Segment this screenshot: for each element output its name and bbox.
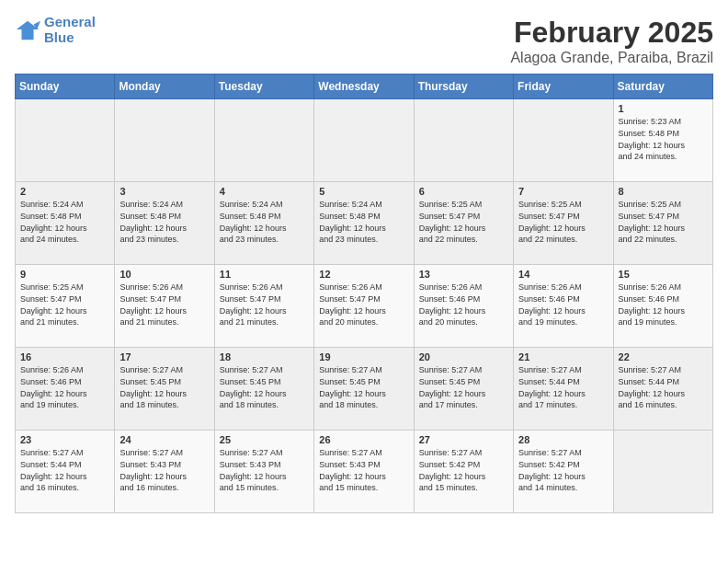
calendar-cell: 10Sunrise: 5:26 AM Sunset: 5:47 PM Dayli… — [115, 265, 214, 348]
calendar-cell: 11Sunrise: 5:26 AM Sunset: 5:47 PM Dayli… — [214, 265, 313, 348]
day-info: Sunrise: 5:27 AM Sunset: 5:42 PM Dayligh… — [419, 447, 508, 493]
calendar-header-row: SundayMondayTuesdayWednesdayThursdayFrid… — [16, 75, 713, 99]
calendar-cell: 19Sunrise: 5:27 AM Sunset: 5:45 PM Dayli… — [314, 348, 414, 431]
calendar-cell: 20Sunrise: 5:27 AM Sunset: 5:45 PM Dayli… — [414, 348, 513, 431]
calendar-cell — [514, 99, 613, 182]
day-info: Sunrise: 5:23 AM Sunset: 5:48 PM Dayligh… — [619, 116, 708, 162]
day-number: 21 — [518, 351, 608, 362]
calendar-cell: 21Sunrise: 5:27 AM Sunset: 5:44 PM Dayli… — [514, 348, 613, 431]
logo-icon — [15, 17, 40, 43]
day-number: 8 — [619, 186, 708, 197]
calendar-week-row: 2Sunrise: 5:24 AM Sunset: 5:48 PM Daylig… — [16, 182, 713, 265]
day-info: Sunrise: 5:25 AM Sunset: 5:47 PM Dayligh… — [619, 199, 708, 245]
day-info: Sunrise: 5:27 AM Sunset: 5:42 PM Dayligh… — [518, 447, 608, 493]
day-number: 14 — [518, 269, 608, 280]
day-info: Sunrise: 5:26 AM Sunset: 5:47 PM Dayligh… — [319, 282, 408, 327]
weekday-header-tuesday: Tuesday — [214, 75, 313, 99]
calendar-cell — [414, 99, 513, 182]
day-info: Sunrise: 5:26 AM Sunset: 5:46 PM Dayligh… — [419, 282, 508, 327]
calendar-cell: 18Sunrise: 5:27 AM Sunset: 5:45 PM Dayli… — [214, 348, 313, 431]
weekday-header-wednesday: Wednesday — [314, 75, 414, 99]
calendar-title: February 2025 — [510, 15, 713, 50]
calendar-cell: 4Sunrise: 5:24 AM Sunset: 5:48 PM Daylig… — [214, 182, 313, 265]
day-info: Sunrise: 5:27 AM Sunset: 5:43 PM Dayligh… — [220, 447, 309, 493]
page-header: General Blue February 2025 Alagoa Grande… — [15, 15, 713, 66]
day-number: 11 — [220, 269, 309, 280]
day-info: Sunrise: 5:25 AM Sunset: 5:47 PM Dayligh… — [419, 199, 508, 245]
calendar-cell — [613, 431, 712, 513]
day-info: Sunrise: 5:27 AM Sunset: 5:45 PM Dayligh… — [319, 364, 408, 410]
day-info: Sunrise: 5:26 AM Sunset: 5:46 PM Dayligh… — [619, 282, 708, 327]
calendar-week-row: 9Sunrise: 5:25 AM Sunset: 5:47 PM Daylig… — [16, 265, 713, 348]
calendar-cell — [214, 99, 313, 182]
day-number: 16 — [20, 351, 109, 362]
calendar-cell — [314, 99, 414, 182]
day-info: Sunrise: 5:26 AM Sunset: 5:46 PM Dayligh… — [518, 282, 608, 327]
calendar-cell: 3Sunrise: 5:24 AM Sunset: 5:48 PM Daylig… — [115, 182, 214, 265]
title-block: February 2025 Alagoa Grande, Paraiba, Br… — [510, 15, 713, 66]
calendar-cell: 6Sunrise: 5:25 AM Sunset: 5:47 PM Daylig… — [414, 182, 513, 265]
day-number: 9 — [20, 269, 109, 280]
calendar-cell: 2Sunrise: 5:24 AM Sunset: 5:48 PM Daylig… — [16, 182, 115, 265]
day-number: 13 — [419, 269, 508, 280]
calendar-cell: 25Sunrise: 5:27 AM Sunset: 5:43 PM Dayli… — [214, 431, 313, 513]
calendar-cell: 7Sunrise: 5:25 AM Sunset: 5:47 PM Daylig… — [514, 182, 613, 265]
day-info: Sunrise: 5:26 AM Sunset: 5:47 PM Dayligh… — [119, 282, 209, 327]
day-number: 19 — [319, 351, 408, 362]
day-info: Sunrise: 5:26 AM Sunset: 5:47 PM Dayligh… — [220, 282, 309, 327]
weekday-header-saturday: Saturday — [613, 75, 712, 99]
weekday-header-sunday: Sunday — [16, 75, 115, 99]
day-number: 17 — [119, 351, 209, 362]
calendar-cell: 1Sunrise: 5:23 AM Sunset: 5:48 PM Daylig… — [613, 99, 712, 182]
calendar-subtitle: Alagoa Grande, Paraiba, Brazil — [510, 50, 713, 66]
calendar-week-row: 16Sunrise: 5:26 AM Sunset: 5:46 PM Dayli… — [16, 348, 713, 431]
calendar-cell: 16Sunrise: 5:26 AM Sunset: 5:46 PM Dayli… — [16, 348, 115, 431]
calendar-cell: 17Sunrise: 5:27 AM Sunset: 5:45 PM Dayli… — [115, 348, 214, 431]
day-number: 7 — [518, 186, 608, 197]
day-info: Sunrise: 5:27 AM Sunset: 5:45 PM Dayligh… — [419, 364, 508, 410]
calendar-cell — [16, 99, 115, 182]
logo-blue: Blue — [44, 30, 96, 46]
day-info: Sunrise: 5:24 AM Sunset: 5:48 PM Dayligh… — [119, 199, 209, 245]
day-info: Sunrise: 5:25 AM Sunset: 5:47 PM Dayligh… — [518, 199, 608, 245]
day-number: 6 — [419, 186, 508, 197]
day-number: 12 — [319, 269, 408, 280]
weekday-header-friday: Friday — [514, 75, 613, 99]
day-info: Sunrise: 5:25 AM Sunset: 5:47 PM Dayligh… — [20, 282, 109, 327]
logo-general: General — [44, 14, 96, 29]
day-number: 18 — [220, 351, 309, 362]
day-number: 28 — [518, 434, 608, 445]
calendar-cell — [115, 99, 214, 182]
day-info: Sunrise: 5:26 AM Sunset: 5:46 PM Dayligh… — [20, 364, 109, 410]
calendar-cell: 13Sunrise: 5:26 AM Sunset: 5:46 PM Dayli… — [414, 265, 513, 348]
day-number: 4 — [220, 186, 309, 197]
day-info: Sunrise: 5:27 AM Sunset: 5:44 PM Dayligh… — [20, 447, 109, 493]
day-number: 24 — [119, 434, 209, 445]
calendar-table: SundayMondayTuesdayWednesdayThursdayFrid… — [15, 74, 713, 513]
day-info: Sunrise: 5:24 AM Sunset: 5:48 PM Dayligh… — [220, 199, 309, 245]
day-info: Sunrise: 5:27 AM Sunset: 5:43 PM Dayligh… — [319, 447, 408, 493]
calendar-cell: 24Sunrise: 5:27 AM Sunset: 5:43 PM Dayli… — [115, 431, 214, 513]
day-info: Sunrise: 5:27 AM Sunset: 5:44 PM Dayligh… — [619, 364, 708, 410]
calendar-cell: 9Sunrise: 5:25 AM Sunset: 5:47 PM Daylig… — [16, 265, 115, 348]
day-number: 22 — [619, 351, 708, 362]
calendar-week-row: 1Sunrise: 5:23 AM Sunset: 5:48 PM Daylig… — [16, 99, 713, 182]
logo: General Blue — [15, 15, 96, 45]
calendar-cell: 27Sunrise: 5:27 AM Sunset: 5:42 PM Dayli… — [414, 431, 513, 513]
calendar-cell: 22Sunrise: 5:27 AM Sunset: 5:44 PM Dayli… — [613, 348, 712, 431]
weekday-header-thursday: Thursday — [414, 75, 513, 99]
calendar-cell: 23Sunrise: 5:27 AM Sunset: 5:44 PM Dayli… — [16, 431, 115, 513]
day-number: 10 — [119, 269, 209, 280]
day-number: 15 — [619, 269, 708, 280]
day-info: Sunrise: 5:27 AM Sunset: 5:45 PM Dayligh… — [119, 364, 209, 410]
day-number: 2 — [20, 186, 109, 197]
day-number: 1 — [619, 103, 708, 114]
calendar-cell: 8Sunrise: 5:25 AM Sunset: 5:47 PM Daylig… — [613, 182, 712, 265]
calendar-week-row: 23Sunrise: 5:27 AM Sunset: 5:44 PM Dayli… — [16, 431, 713, 513]
day-info: Sunrise: 5:24 AM Sunset: 5:48 PM Dayligh… — [319, 199, 408, 245]
calendar-cell: 14Sunrise: 5:26 AM Sunset: 5:46 PM Dayli… — [514, 265, 613, 348]
day-number: 26 — [319, 434, 408, 445]
calendar-cell: 28Sunrise: 5:27 AM Sunset: 5:42 PM Dayli… — [514, 431, 613, 513]
calendar-cell: 15Sunrise: 5:26 AM Sunset: 5:46 PM Dayli… — [613, 265, 712, 348]
day-number: 23 — [20, 434, 109, 445]
